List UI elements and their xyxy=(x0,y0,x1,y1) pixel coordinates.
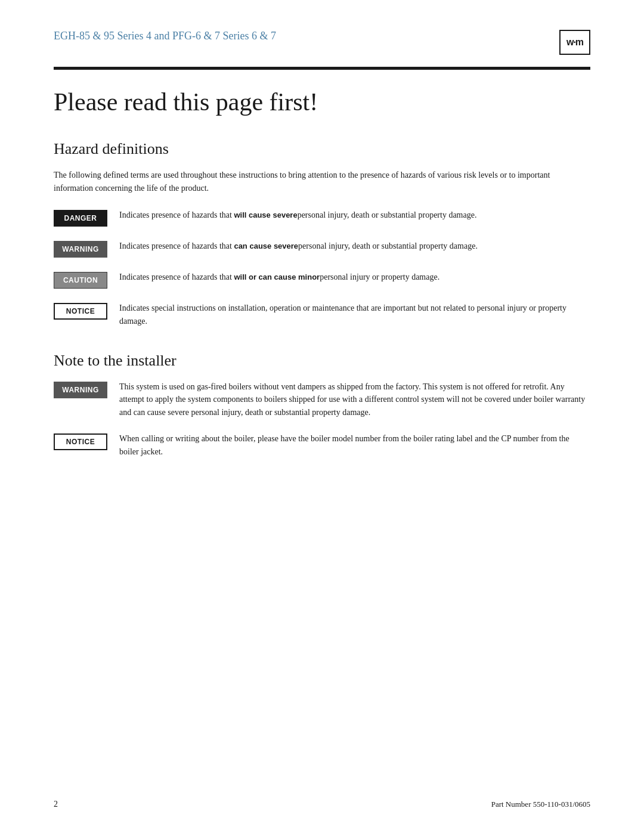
part-number: Part Number 550-110-031/0605 xyxy=(491,800,590,809)
warning-badge: WARNING xyxy=(54,241,107,258)
danger-badge: DANGER xyxy=(54,210,107,227)
header: EGH-85 & 95 Series 4 and PFG-6 & 7 Serie… xyxy=(54,30,590,55)
warning-text: Indicates presence of hazards that can c… xyxy=(119,240,478,253)
footer: 2 Part Number 550-110-031/0605 xyxy=(54,800,590,809)
logo: w·m xyxy=(559,30,590,55)
hazard-row-caution: CAUTION Indicates presence of hazards th… xyxy=(54,271,590,289)
hazard-definitions-intro: The following defined terms are used thr… xyxy=(54,169,590,194)
caution-badge: CAUTION xyxy=(54,272,107,289)
installer-notice-row: NOTICE When calling or writing about the… xyxy=(54,432,590,458)
main-heading: Please read this page first! xyxy=(54,88,590,116)
logo-text: w·m xyxy=(566,37,583,48)
notice-text: Indicates special instructions on instal… xyxy=(119,302,590,327)
hazard-row-danger: DANGER Indicates presence of hazards tha… xyxy=(54,209,590,227)
header-title: EGH-85 & 95 Series 4 and PFG-6 & 7 Serie… xyxy=(54,30,276,42)
danger-text: Indicates presence of hazards that will … xyxy=(119,209,476,222)
hazard-definitions-section: Hazard definitions The following defined… xyxy=(54,140,590,328)
installer-notice-badge: NOTICE xyxy=(54,433,107,450)
page: EGH-85 & 95 Series 4 and PFG-6 & 7 Serie… xyxy=(0,0,644,833)
notice-badge: NOTICE xyxy=(54,303,107,320)
separator-thick xyxy=(54,67,590,70)
note-to-installer-section: Note to the installer WARNING This syste… xyxy=(54,352,590,458)
page-number: 2 xyxy=(54,800,58,809)
hazard-row-notice: NOTICE Indicates special instructions on… xyxy=(54,302,590,327)
hazard-rows: DANGER Indicates presence of hazards tha… xyxy=(54,209,590,327)
installer-warning-text: This system is used on gas-fired boilers… xyxy=(119,380,590,419)
note-to-installer-heading: Note to the installer xyxy=(54,352,590,370)
installer-warning-row: WARNING This system is used on gas-fired… xyxy=(54,380,590,419)
hazard-definitions-heading: Hazard definitions xyxy=(54,140,590,158)
installer-hazard-rows: WARNING This system is used on gas-fired… xyxy=(54,380,590,458)
caution-text: Indicates presence of hazards that will … xyxy=(119,271,439,284)
installer-notice-text: When calling or writing about the boiler… xyxy=(119,432,590,458)
installer-warning-badge: WARNING xyxy=(54,382,107,398)
hazard-row-warning: WARNING Indicates presence of hazards th… xyxy=(54,240,590,258)
